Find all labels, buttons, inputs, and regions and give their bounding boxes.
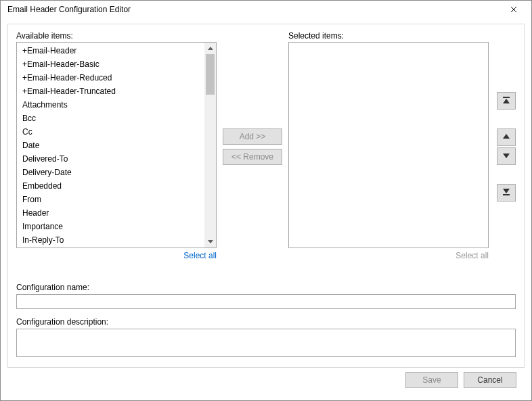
selected-items-listbox[interactable] (288, 42, 489, 248)
config-name-label: Configuration name: (16, 283, 516, 292)
close-button[interactable] (500, 1, 527, 18)
config-name-input[interactable] (16, 294, 516, 309)
available-select-all-link[interactable]: Select all (183, 251, 217, 260)
scroll-track[interactable] (204, 54, 216, 236)
list-item[interactable]: From (17, 193, 206, 206)
content-area: Available items: +Email-Header+Email-Hea… (1, 18, 531, 401)
move-top-button[interactable] (497, 92, 516, 110)
available-items-inner: +Email-Header+Email-Header-Basic+Email-H… (17, 43, 206, 247)
svg-rect-0 (503, 97, 510, 98)
add-button[interactable]: Add >> (223, 128, 282, 145)
available-column: Available items: +Email-Header+Email-Hea… (16, 31, 217, 275)
config-desc-input[interactable] (16, 329, 516, 357)
selected-items-inner (289, 43, 478, 247)
list-item[interactable]: Delivery-Date (17, 166, 206, 179)
lists-row: Available items: +Email-Header+Email-Hea… (16, 31, 516, 275)
cancel-button[interactable]: Cancel (464, 372, 516, 388)
move-top-icon (502, 96, 510, 105)
window-title: Email Header Configuration Editor (7, 5, 500, 14)
list-item[interactable]: Delivered-To (17, 152, 206, 166)
transfer-buttons-column: Add >> << Remove (217, 31, 288, 275)
list-item[interactable]: +Email-Header-Basic (17, 57, 206, 71)
close-icon (510, 5, 517, 15)
list-item[interactable]: Importance (17, 220, 206, 233)
available-items-label: Available items: (16, 31, 217, 41)
selected-column: Selected items: Select all (288, 31, 489, 275)
selected-items-label: Selected items: (288, 31, 489, 41)
config-name-row: Configuration name: (16, 283, 516, 309)
config-desc-row: Configuration description: (16, 317, 516, 359)
available-scrollbar[interactable] (204, 43, 216, 247)
list-item[interactable]: Attachments (17, 98, 206, 112)
footer: Save Cancel (7, 368, 525, 395)
list-item[interactable]: Cc (17, 125, 206, 139)
available-items-listbox[interactable]: +Email-Header+Email-Header-Basic+Email-H… (16, 42, 217, 248)
move-bottom-icon (502, 188, 510, 197)
scroll-down-icon[interactable] (204, 236, 216, 247)
list-item[interactable]: +Email-Header-Reduced (17, 71, 206, 85)
remove-button[interactable]: << Remove (223, 149, 282, 165)
move-down-button[interactable] (497, 147, 516, 165)
move-down-icon (502, 151, 510, 161)
selected-select-all-row: Select all (288, 248, 489, 260)
list-item[interactable]: Date (17, 139, 206, 152)
list-item[interactable]: In-Reply-To (17, 233, 206, 247)
scroll-thumb[interactable] (206, 54, 215, 95)
list-item[interactable]: Embedded (17, 179, 206, 193)
available-select-all-row: Select all (16, 248, 217, 260)
list-item[interactable]: Bcc (17, 112, 206, 125)
reorder-column (489, 31, 516, 275)
svg-rect-1 (503, 194, 510, 195)
list-item[interactable]: Header (17, 206, 206, 220)
config-desc-label: Configuration description: (16, 317, 516, 327)
scroll-up-icon[interactable] (204, 43, 216, 54)
save-button[interactable]: Save (405, 372, 458, 388)
list-item[interactable]: +Email-Header-Truncated (17, 85, 206, 98)
list-item[interactable]: Message-ID (17, 247, 206, 247)
move-bottom-button[interactable] (497, 184, 516, 202)
move-up-icon (502, 133, 510, 142)
list-item[interactable]: +Email-Header (17, 44, 206, 57)
titlebar: Email Header Configuration Editor (1, 1, 531, 18)
main-panel: Available items: +Email-Header+Email-Hea… (7, 24, 525, 368)
selected-select-all-link: Select all (456, 251, 489, 260)
dialog-window: Email Header Configuration Editor Availa… (0, 0, 532, 401)
move-up-button[interactable] (497, 128, 516, 146)
